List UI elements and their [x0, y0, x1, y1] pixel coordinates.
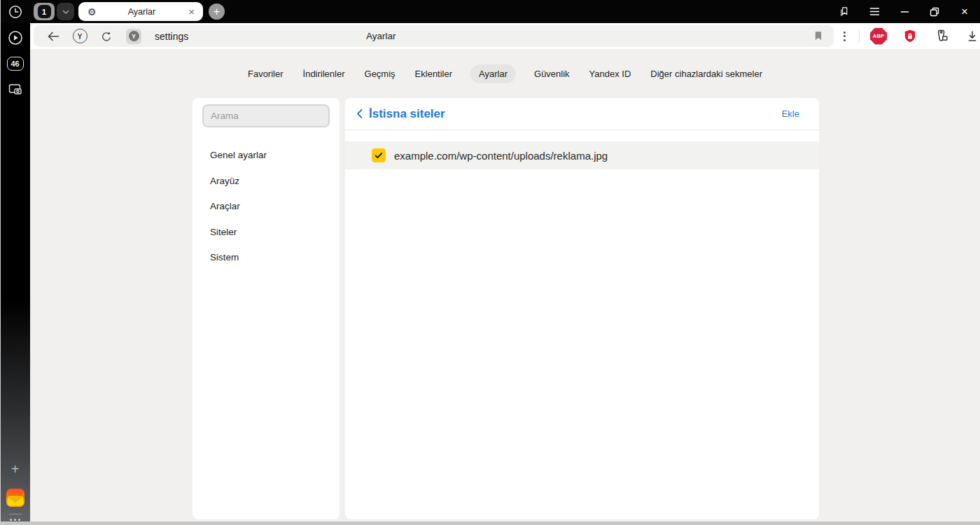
settings-category-tabs: Favoriler İndirilenler Geçmiş Eklentiler…: [30, 64, 980, 83]
omnibox-left-controls: Y Y settings: [43, 27, 188, 46]
sidebar-top-icons: 46: [0, 23, 30, 102]
url-text[interactable]: settings: [155, 31, 188, 42]
refresh-icon[interactable]: [97, 27, 116, 46]
tab-diger-cihazlar[interactable]: Diğer cihazlardaki sekmeler: [649, 64, 764, 83]
nav-item-arayuz[interactable]: Arayüz: [192, 170, 340, 192]
browser-toolbar: Y Y settings Ayarlar ABP: [30, 23, 980, 49]
settings-search-input[interactable]: [202, 104, 330, 127]
exceptions-header: İstisna siteler Ekle: [345, 98, 819, 130]
downloads-icon[interactable]: [965, 29, 980, 44]
app-sidebar: 46 +: [0, 23, 30, 525]
window-controls: ×: [838, 6, 980, 18]
nav-item-siteler[interactable]: Siteler: [192, 221, 340, 243]
history-clock-icon[interactable]: [0, 0, 30, 24]
sidebar-add-icon[interactable]: +: [0, 456, 30, 482]
tab-yandex-id[interactable]: Yandex ID: [588, 64, 633, 83]
settings-page: Favoriler İndirilenler Geçmiş Eklentiler…: [30, 49, 980, 522]
tab-eklentiler[interactable]: Eklentiler: [414, 64, 454, 83]
exception-list-item[interactable]: example.com/wp-content/uploads/reklama.j…: [345, 141, 819, 169]
protect-shield-icon[interactable]: [902, 28, 918, 45]
yandex-mail-icon[interactable]: [6, 489, 24, 507]
chevron-down-icon: [62, 8, 70, 16]
tab-guvenlik[interactable]: Güvenlik: [533, 64, 571, 83]
settings-nav-card: Genel ayarlar Arayüz Araçlar Siteler Sis…: [192, 98, 340, 519]
tab-title: Ayarlar: [97, 7, 188, 17]
screenshot-camera-icon[interactable]: [0, 77, 30, 102]
adblock-plus-icon[interactable]: ABP: [870, 28, 887, 45]
toolbar-divider: [859, 30, 860, 43]
page-favicon-badge: Y: [126, 29, 141, 44]
browser-titlebar: 1 ⚙ Ayarlar × +: [0, 0, 980, 23]
settings-nav-list: Genel ayarlar Arayüz Araçlar Siteler Sis…: [192, 144, 340, 272]
back-button[interactable]: [43, 27, 63, 46]
tab-list-chevron-button[interactable]: [57, 3, 74, 20]
tab-favoriler[interactable]: Favoriler: [246, 64, 285, 83]
gear-icon: ⚙: [88, 7, 97, 17]
tab-ayarlar[interactable]: Ayarlar: [470, 64, 516, 83]
tab-count-badge[interactable]: 46: [0, 51, 30, 76]
tab-group-counter-button[interactable]: 1: [34, 3, 55, 20]
nav-item-genel-ayarlar[interactable]: Genel ayarlar: [192, 144, 340, 166]
omnibox[interactable]: Y Y settings Ayarlar: [34, 25, 834, 47]
extensions-area: ABP: [841, 28, 980, 45]
checkbox-checked[interactable]: [372, 148, 386, 162]
window-bottom-edge: [0, 522, 980, 525]
nav-item-araclar[interactable]: Araçlar: [192, 195, 340, 217]
tab-group-count: 1: [38, 5, 51, 18]
toolbar-overflow-icon[interactable]: [841, 29, 848, 44]
sidebar-divider: [9, 514, 22, 514]
window-left-edge: [0, 0, 1, 525]
nav-item-sistem[interactable]: Sistem: [192, 246, 340, 268]
exceptions-card: İstisna siteler Ekle example.com/wp-cont…: [345, 98, 819, 519]
page-title: İstisna siteler: [369, 107, 445, 121]
restore-window-button[interactable]: [928, 6, 941, 18]
exception-url: example.com/wp-content/uploads/reklama.j…: [394, 150, 608, 162]
close-window-button[interactable]: ×: [958, 6, 971, 18]
passwords-keychain-icon[interactable]: [933, 28, 950, 45]
minimize-button[interactable]: [898, 6, 911, 18]
bookmarks-panel-icon[interactable]: [838, 6, 850, 18]
tab-close-button[interactable]: ×: [187, 6, 196, 17]
active-tab[interactable]: ⚙ Ayarlar ×: [78, 2, 203, 21]
new-tab-button[interactable]: +: [209, 4, 225, 20]
sidebar-more-icon[interactable]: [10, 519, 20, 521]
media-play-icon[interactable]: [0, 25, 30, 50]
back-chevron-icon[interactable]: [354, 106, 365, 121]
omnibox-page-title: Ayarlar: [366, 25, 396, 47]
tab-gecmis[interactable]: Geçmiş: [363, 64, 397, 83]
bookmark-flag-icon[interactable]: [811, 28, 825, 46]
sidebar-bottom-icons: +: [0, 456, 30, 525]
add-exception-button[interactable]: Ekle: [782, 108, 799, 119]
mail-flap-shape: [8, 497, 23, 503]
tab-indirilenler[interactable]: İndirilenler: [302, 64, 346, 83]
yandex-home-icon[interactable]: Y: [70, 27, 90, 46]
menu-hamburger-icon[interactable]: [868, 6, 881, 18]
